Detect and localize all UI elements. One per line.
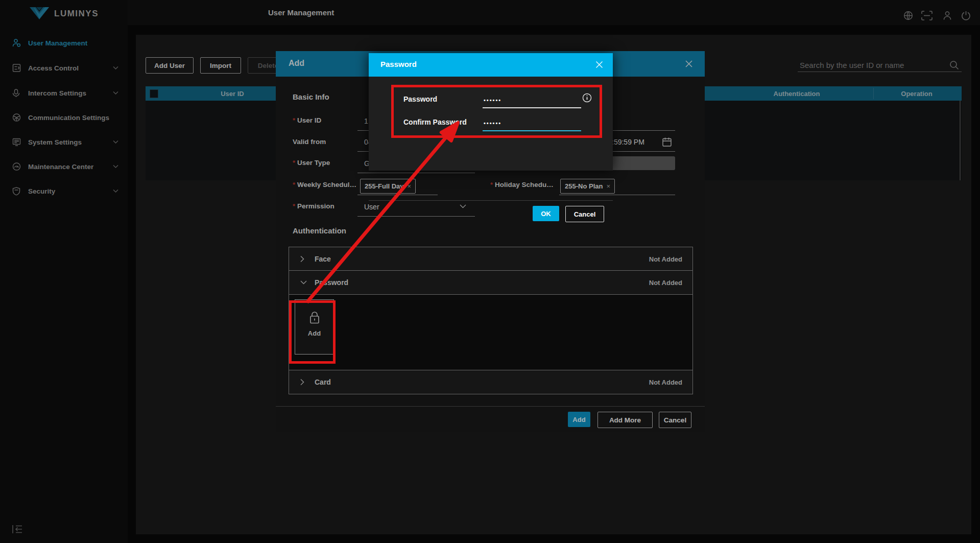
weekly-schedule-underline bbox=[357, 195, 438, 195]
cancel-button[interactable]: Cancel bbox=[565, 206, 604, 222]
accordion-row-password[interactable]: Password Not Added bbox=[289, 271, 692, 295]
user-type-underline bbox=[357, 173, 475, 173]
valid-from-label: Valid from bbox=[293, 138, 326, 146]
password-input[interactable]: •••••• bbox=[484, 97, 501, 103]
modal-add-more-button[interactable]: Add More bbox=[597, 412, 653, 428]
status-badge: Not Added bbox=[649, 379, 682, 386]
tag-remove-icon[interactable]: × bbox=[606, 182, 610, 190]
add-tile-label: Add bbox=[295, 329, 333, 337]
required-marker: * bbox=[293, 159, 295, 167]
ok-button[interactable]: OK bbox=[533, 206, 559, 221]
password-modal-header: Password bbox=[369, 53, 613, 77]
required-marker: * bbox=[293, 116, 295, 124]
add-password-tile[interactable]: Add bbox=[295, 299, 334, 355]
holiday-schedule-label: * Holiday Schedu… bbox=[490, 181, 554, 188]
chevron-down-icon bbox=[300, 280, 307, 285]
status-badge: Not Added bbox=[649, 279, 682, 287]
required-marker: * bbox=[293, 202, 295, 210]
close-icon[interactable] bbox=[685, 60, 693, 68]
password-label: Password bbox=[403, 95, 437, 103]
accordion-row-face[interactable]: Face Not Added bbox=[289, 247, 692, 271]
password-accordion-panel: Add bbox=[289, 295, 692, 370]
app-screen: User Management bbox=[0, 0, 980, 543]
modal-cancel-button[interactable]: Cancel bbox=[659, 412, 691, 428]
user-id-label: * User ID bbox=[293, 116, 321, 124]
required-marker: * bbox=[490, 181, 493, 188]
basic-info-heading: Basic Info bbox=[293, 92, 329, 101]
user-type-label: * User Type bbox=[293, 159, 330, 167]
chevron-right-icon bbox=[300, 379, 304, 386]
footer-divider bbox=[276, 406, 705, 407]
lock-icon bbox=[308, 311, 321, 324]
weekly-schedule-label: * Weekly Schedul… bbox=[293, 181, 356, 188]
holiday-schedule-tag[interactable]: 255-No Plan × bbox=[560, 179, 615, 194]
status-badge: Not Added bbox=[649, 255, 682, 263]
required-marker: * bbox=[293, 181, 295, 188]
password-underline bbox=[483, 107, 581, 108]
permission-label: * Permission bbox=[293, 202, 334, 210]
authentication-accordion: Face Not Added Password Not Added Add bbox=[289, 247, 693, 394]
weekly-schedule-tag[interactable]: 255-Full Day × bbox=[360, 179, 416, 194]
confirm-password-underline bbox=[483, 130, 581, 131]
valid-to-time[interactable]: :59:59 PM bbox=[612, 138, 644, 146]
close-icon[interactable] bbox=[595, 61, 603, 68]
tag-remove-icon[interactable]: × bbox=[408, 182, 412, 190]
password-modal-footer: OK Cancel bbox=[369, 200, 613, 224]
password-modal-title: Password bbox=[380, 60, 417, 68]
modal-add-button[interactable]: Add bbox=[568, 412, 590, 427]
user-id-value[interactable]: 1 bbox=[364, 117, 368, 125]
accordion-row-card[interactable]: Card Not Added bbox=[289, 370, 692, 394]
authentication-heading: Authentication bbox=[293, 226, 346, 235]
chevron-right-icon bbox=[300, 255, 304, 262]
holiday-schedule-underline bbox=[559, 195, 675, 195]
add-modal-title: Add bbox=[289, 59, 304, 68]
confirm-password-input[interactable]: •••••• bbox=[484, 120, 501, 126]
calendar-icon[interactable] bbox=[662, 137, 672, 147]
password-modal: Password Password •••••• Confirm Passwor… bbox=[369, 53, 613, 171]
confirm-password-label: Confirm Password bbox=[403, 118, 467, 126]
info-icon[interactable] bbox=[582, 93, 592, 103]
